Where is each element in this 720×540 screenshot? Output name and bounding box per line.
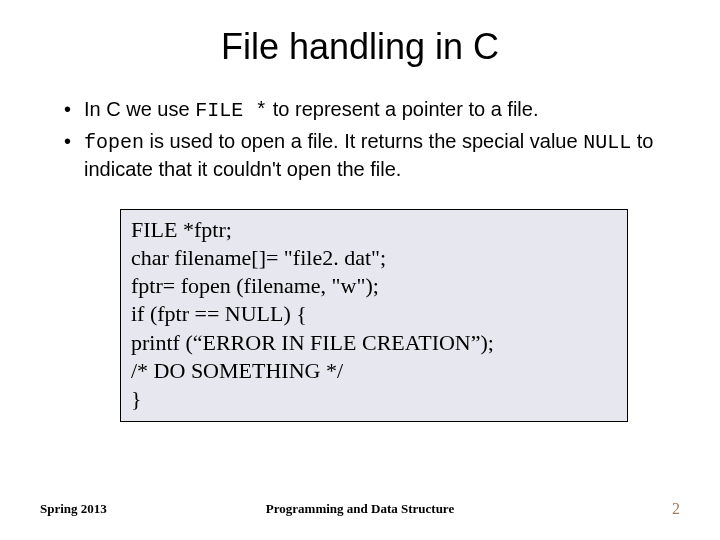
code-line: printf (“ERROR IN FILE CREATION”); <box>131 329 617 357</box>
bullet-item: fopen is used to open a file. It returns… <box>64 128 680 183</box>
footer-left: Spring 2013 <box>40 501 107 517</box>
footer: Spring 2013 Programming and Data Structu… <box>0 500 720 518</box>
code-line: fptr= fopen (filename, "w"); <box>131 272 617 300</box>
inline-code: FILE * <box>195 99 267 122</box>
slide-number: 2 <box>672 500 680 518</box>
bullet-text: In C we use <box>84 98 195 120</box>
bullet-text: to represent a pointer to a file. <box>267 98 538 120</box>
code-line: if (fptr == NULL) { <box>131 300 617 328</box>
bullet-item: In C we use FILE * to represent a pointe… <box>64 96 680 124</box>
bullet-text: is used to open a file. It returns the s… <box>144 130 583 152</box>
code-line: } <box>131 385 617 413</box>
code-box: FILE *fptr; char filename[]= "file2. dat… <box>120 209 628 422</box>
bullet-list: In C we use FILE * to represent a pointe… <box>40 96 680 183</box>
code-line: char filename[]= "file2. dat"; <box>131 244 617 272</box>
code-line: /* DO SOMETHING */ <box>131 357 617 385</box>
slide: File handling in C In C we use FILE * to… <box>0 0 720 540</box>
inline-code: NULL <box>583 131 631 154</box>
slide-title: File handling in C <box>40 26 680 68</box>
code-line: FILE *fptr; <box>131 216 617 244</box>
footer-center: Programming and Data Structure <box>266 501 454 517</box>
inline-code: fopen <box>84 131 144 154</box>
